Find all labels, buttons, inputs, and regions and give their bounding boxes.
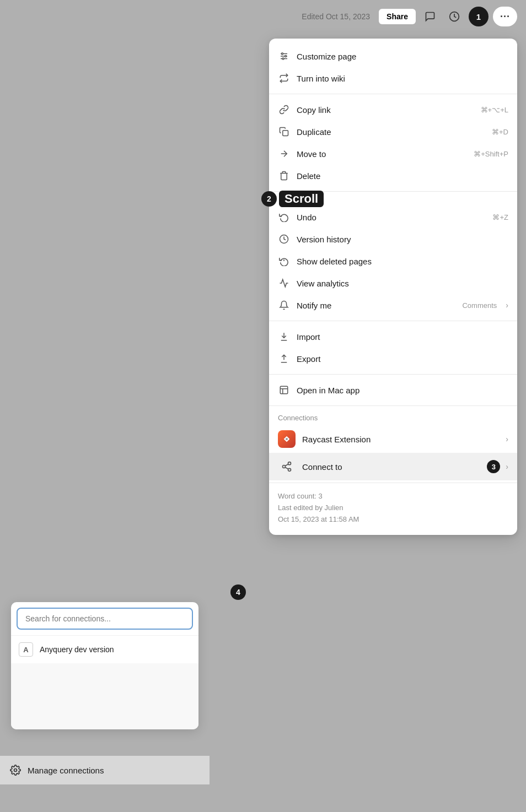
- comments-button[interactable]: [420, 7, 440, 26]
- export-label: Export: [297, 354, 508, 364]
- raycast-arrow: ›: [506, 435, 508, 443]
- notification-badge-button[interactable]: 1: [469, 7, 489, 26]
- menu-item-copy-link[interactable]: Copy link ⌘+⌥+L: [269, 99, 517, 121]
- view-analytics-label: View analytics: [297, 279, 508, 288]
- menu-item-customize-page[interactable]: Customize page: [269, 45, 517, 67]
- history-button[interactable]: [444, 7, 464, 26]
- last-edited: Last edited by Julien: [278, 502, 508, 514]
- menu-item-connect-to[interactable]: Connect to 3 ›: [269, 453, 517, 480]
- connect-to-icon: [278, 458, 296, 475]
- connections-search-input[interactable]: [17, 608, 193, 630]
- raycast-icon: [278, 430, 296, 448]
- menu-item-turn-into-wiki[interactable]: Turn into wiki: [269, 67, 517, 89]
- edit-date: Oct 15, 2023 at 11:58 AM: [278, 514, 508, 526]
- menu-item-view-analytics[interactable]: View analytics: [269, 272, 517, 294]
- notion-icon: [278, 384, 290, 396]
- connections-popup: A Anyquery dev version: [11, 602, 198, 729]
- top-bar: Edited Oct 15, 2023 Share 1 ···: [0, 0, 526, 33]
- undo-shortcut: ⌘+Z: [492, 213, 508, 221]
- undo-label: Undo: [297, 213, 486, 222]
- connections-header: Connections: [269, 408, 517, 425]
- menu-item-show-deleted[interactable]: Show deleted pages: [269, 250, 517, 272]
- menu-item-import[interactable]: Import: [269, 326, 517, 348]
- sliders-icon: [278, 50, 290, 62]
- show-deleted-icon: [278, 255, 290, 267]
- connect-to-badge: 3: [487, 460, 500, 473]
- more-dots: ···: [500, 11, 510, 23]
- manage-connections-bar[interactable]: Manage connections: [0, 756, 210, 784]
- svg-line-22: [285, 467, 288, 469]
- svg-point-24: [14, 769, 17, 772]
- undo-icon: [278, 211, 290, 223]
- connection-avatar: A: [19, 642, 33, 657]
- word-count: Word count: 3: [278, 491, 508, 502]
- svg-point-4: [282, 53, 283, 55]
- footer-info: Word count: 3 Last edited by Julien Oct …: [269, 485, 517, 530]
- menu-item-open-in-mac[interactable]: Open in Mac app: [269, 379, 517, 401]
- divider-6: [269, 483, 517, 483]
- svg-point-6: [282, 58, 284, 59]
- connections-content-area: [11, 663, 198, 729]
- svg-point-19: [288, 462, 291, 465]
- more-button[interactable]: ···: [493, 7, 517, 26]
- svg-point-20: [283, 465, 286, 468]
- svg-rect-15: [280, 386, 288, 394]
- turn-into-wiki-label: Turn into wiki: [297, 74, 508, 83]
- menu-item-duplicate[interactable]: Duplicate ⌘+D: [269, 121, 517, 143]
- connection-label: Anyquery dev version: [40, 645, 114, 654]
- svg-point-18: [286, 438, 288, 440]
- edited-text: Edited Oct 15, 2023: [302, 12, 370, 21]
- trash-icon: [278, 170, 290, 182]
- version-history-icon: [278, 233, 290, 245]
- clock-icon: [449, 11, 460, 22]
- duplicate-label: Duplicate: [297, 127, 485, 137]
- import-icon: [278, 331, 290, 343]
- analytics-icon: [278, 277, 290, 289]
- manage-connections-label: Manage connections: [28, 766, 104, 775]
- scroll-annotation: 2 Scroll: [269, 194, 517, 204]
- share-button[interactable]: Share: [379, 9, 416, 24]
- svg-rect-7: [283, 131, 288, 136]
- divider-4: [269, 374, 517, 375]
- menu-item-move-to[interactable]: Move to ⌘+Shift+P: [269, 143, 517, 165]
- menu-item-delete[interactable]: Delete: [269, 165, 517, 187]
- notify-me-arrow: ›: [506, 301, 508, 310]
- copy-link-label: Copy link: [297, 105, 474, 115]
- version-history-label: Version history: [297, 235, 508, 244]
- scroll-label: Scroll: [279, 191, 324, 207]
- export-icon: [278, 353, 290, 365]
- svg-line-23: [285, 464, 288, 465]
- customize-page-label: Customize page: [297, 52, 508, 61]
- svg-point-21: [288, 468, 291, 471]
- import-label: Import: [297, 332, 508, 342]
- connect-to-arrow: ›: [506, 462, 508, 471]
- move-to-shortcut: ⌘+Shift+P: [474, 150, 508, 158]
- svg-point-5: [285, 56, 287, 57]
- connection-item-anyquery[interactable]: A Anyquery dev version: [11, 635, 198, 663]
- show-deleted-label: Show deleted pages: [297, 257, 508, 266]
- menu-item-version-history[interactable]: Version history: [269, 228, 517, 250]
- connect-to-label: Connect to: [302, 462, 480, 472]
- scroll-badge: 2: [261, 191, 277, 207]
- notify-me-label: Notify me: [297, 301, 455, 310]
- copy-link-shortcut: ⌘+⌥+L: [481, 106, 508, 114]
- move-icon: [278, 148, 290, 160]
- divider-3: [269, 321, 517, 321]
- raycast-label: Raycast Extension: [302, 435, 497, 444]
- menu-item-export[interactable]: Export: [269, 348, 517, 370]
- divider-5: [269, 405, 517, 406]
- menu-section-4: Import Export: [269, 323, 517, 372]
- menu-item-raycast[interactable]: Raycast Extension ›: [269, 425, 517, 453]
- menu-section-5: Open in Mac app: [269, 377, 517, 403]
- move-to-label: Move to: [297, 149, 467, 159]
- comment-icon: [425, 11, 436, 22]
- scroll-section: 2 Scroll: [269, 194, 517, 204]
- wiki-icon: [278, 72, 290, 84]
- menu-item-notify-me[interactable]: Notify me Comments ›: [269, 294, 517, 316]
- bell-icon: [278, 299, 290, 311]
- menu-section-3: Undo ⌘+Z Version history Show deleted pa…: [269, 204, 517, 318]
- dropdown-menu: Customize page Turn into wiki Copy link …: [269, 39, 517, 535]
- menu-section-2: Copy link ⌘+⌥+L Duplicate ⌘+D Move to ⌘+…: [269, 96, 517, 189]
- link-icon: [278, 104, 290, 116]
- menu-item-undo[interactable]: Undo ⌘+Z: [269, 206, 517, 228]
